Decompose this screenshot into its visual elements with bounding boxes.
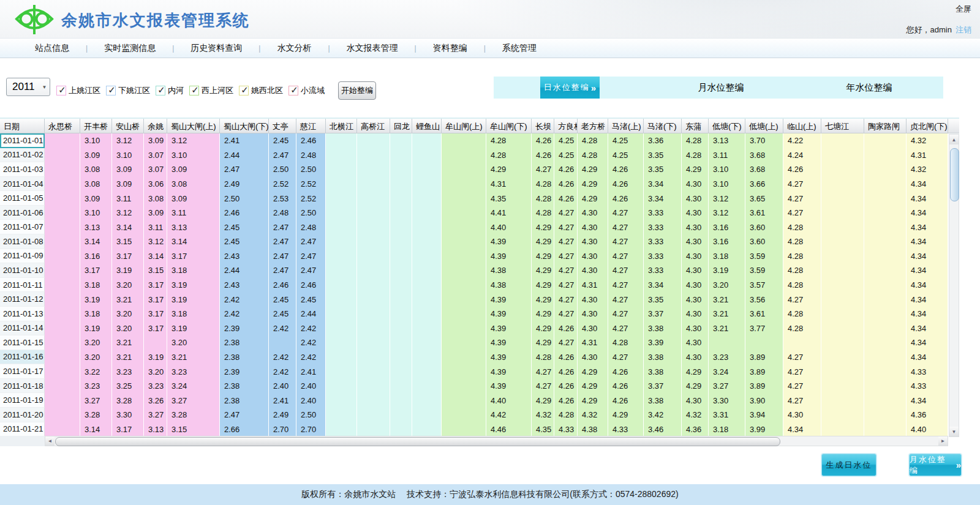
data-cell[interactable] [45,263,80,278]
data-cell[interactable] [821,263,864,278]
scroll-down-arrow[interactable]: ▼ [949,427,959,436]
data-cell[interactable]: 3.38 [644,321,682,336]
data-cell[interactable]: 2.47 [296,263,326,278]
data-cell[interactable]: 3.22 [80,364,112,379]
data-cell[interactable]: 3.14 [80,422,112,437]
data-cell[interactable]: 3.13 [80,220,112,234]
data-cell[interactable]: 3.42 [644,408,682,422]
data-cell[interactable]: 4.27 [783,393,821,408]
data-cell[interactable] [821,350,864,365]
data-cell[interactable] [864,379,907,394]
data-cell[interactable]: 3.11 [112,191,144,206]
data-cell[interactable]: 3.09 [167,191,220,206]
data-cell[interactable]: 3.56 [745,292,783,307]
scroll-left-arrow[interactable]: ◄ [45,436,55,446]
date-cell[interactable]: 2011-01-20 [0,408,45,422]
data-cell[interactable] [326,393,357,408]
data-cell[interactable]: 4.28 [486,148,532,163]
data-cell[interactable] [326,350,357,365]
data-cell[interactable]: 3.34 [644,278,682,293]
data-cell[interactable]: 4.38 [486,263,532,278]
data-cell[interactable]: 4.27 [608,321,644,336]
data-cell[interactable] [45,393,80,408]
data-cell[interactable] [45,292,80,307]
data-cell[interactable]: 4.33 [554,422,578,437]
data-cell[interactable]: 4.27 [608,206,644,220]
data-cell[interactable] [326,321,357,336]
data-cell[interactable]: 4.30 [578,263,608,278]
data-cell[interactable]: 4.27 [532,364,554,379]
data-cell[interactable] [45,350,80,365]
data-cell[interactable]: 4.27 [554,263,578,278]
data-cell[interactable]: 3.70 [745,133,783,148]
data-cell[interactable]: 4.28 [783,263,821,278]
data-cell[interactable]: 2.41 [220,133,269,148]
data-cell[interactable]: 3.08 [80,177,112,192]
data-cell[interactable]: 3.23 [112,364,144,379]
data-cell[interactable]: 4.30 [682,234,709,249]
data-cell[interactable]: 2.40 [269,379,296,394]
data-cell[interactable]: 4.39 [486,249,532,264]
nav-item-1[interactable]: 实时监测信息 [88,43,172,54]
data-cell[interactable]: 4.28 [532,191,554,206]
data-cell[interactable]: 3.16 [709,234,745,249]
data-cell[interactable] [326,148,357,163]
data-cell[interactable] [442,191,486,206]
data-cell[interactable] [821,393,864,408]
data-cell[interactable]: 3.20 [112,278,144,293]
data-cell[interactable] [442,292,486,307]
date-cell[interactable]: 2011-01-16 [0,350,45,365]
date-cell[interactable]: 2011-01-18 [0,379,45,394]
data-cell[interactable]: 3.19 [80,292,112,307]
data-cell[interactable]: 2.46 [296,278,326,293]
data-cell[interactable]: 4.34 [907,177,948,192]
data-cell[interactable]: 4.30 [682,350,709,365]
data-cell[interactable]: 3.14 [167,234,220,249]
data-cell[interactable]: 3.16 [80,249,112,264]
nav-item-3[interactable]: 水文分析 [260,43,328,54]
data-cell[interactable]: 4.29 [532,263,554,278]
data-cell[interactable]: 3.33 [644,263,682,278]
data-cell[interactable]: 2.38 [220,379,269,394]
data-cell[interactable]: 3.11 [167,206,220,220]
data-cell[interactable]: 3.20 [80,335,112,350]
data-cell[interactable]: 2.41 [269,393,296,408]
data-cell[interactable]: 4.39 [486,379,532,394]
data-cell[interactable]: 3.19 [144,350,167,365]
data-cell[interactable]: 3.19 [112,263,144,278]
data-cell[interactable] [442,148,486,163]
data-cell[interactable] [357,177,390,192]
data-cell[interactable]: 2.49 [220,177,269,192]
data-cell[interactable] [412,422,442,437]
data-cell[interactable]: 3.66 [745,177,783,192]
data-cell[interactable]: 3.07 [144,148,167,163]
data-cell[interactable] [412,379,442,394]
data-cell[interactable]: 3.18 [167,307,220,321]
data-cell[interactable]: 2.41 [296,364,326,379]
date-cell[interactable]: 2011-01-04 [0,177,45,192]
logout-link[interactable]: 注销 [956,25,971,34]
data-cell[interactable]: 4.30 [682,335,709,350]
data-cell[interactable]: 4.26 [783,162,821,177]
data-cell[interactable] [821,335,864,350]
horizontal-scrollbar[interactable]: ◄ ► [45,436,948,446]
data-cell[interactable]: 3.13 [144,422,167,437]
data-cell[interactable]: 4.39 [486,234,532,249]
monthly-compile-button[interactable]: 月水位整编 » [909,454,962,476]
generate-daily-button[interactable]: 生成日水位 [821,454,876,476]
fullscreen-link[interactable]: 全屏 [956,4,971,15]
data-cell[interactable] [390,393,412,408]
date-cell[interactable]: 2011-01-03 [0,162,45,177]
data-cell[interactable]: 3.17 [80,263,112,278]
data-cell[interactable]: 3.57 [745,278,783,293]
data-cell[interactable] [45,220,80,234]
data-cell[interactable]: 4.32 [578,408,608,422]
data-cell[interactable]: 2.46 [220,206,269,220]
data-cell[interactable]: 3.10 [167,148,220,163]
data-cell[interactable]: 3.33 [644,206,682,220]
data-cell[interactable]: 3.15 [167,422,220,437]
data-cell[interactable]: 4.29 [608,408,644,422]
data-cell[interactable] [864,263,907,278]
data-cell[interactable]: 3.38 [644,364,682,379]
data-cell[interactable]: 4.30 [578,350,608,365]
